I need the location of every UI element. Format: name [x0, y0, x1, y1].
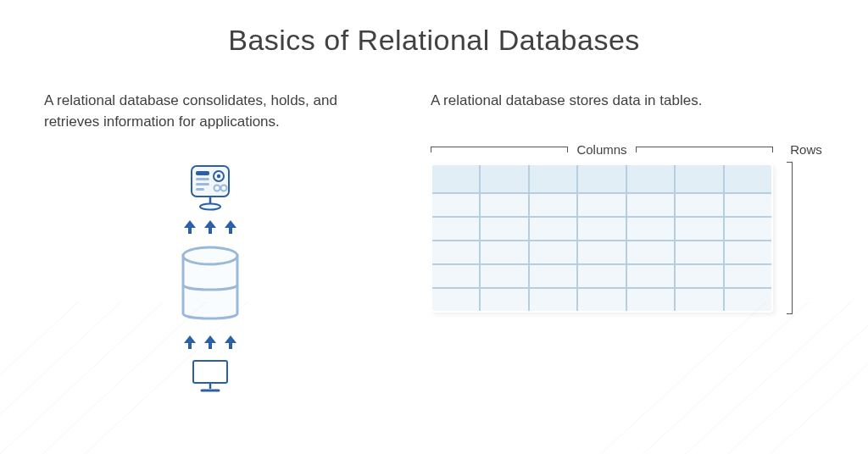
table-cell [577, 241, 626, 264]
arrow-up-icon [225, 220, 236, 234]
page-title: Basics of Relational Databases [0, 0, 868, 57]
svg-rect-12 [196, 178, 209, 180]
svg-rect-14 [196, 188, 204, 191]
arrow-up-icon [225, 335, 236, 349]
table-cell [626, 288, 675, 312]
right-description: A relational database stores data in tab… [431, 91, 827, 112]
arrows-top [184, 220, 236, 234]
rows-label: Rows [790, 142, 822, 157]
arrow-up-icon [184, 220, 196, 234]
rows-bracket: Rows [785, 142, 827, 314]
svg-rect-13 [196, 183, 209, 185]
table-cell [675, 217, 723, 241]
svg-rect-10 [192, 166, 229, 197]
table-cell [577, 217, 626, 241]
arrow-up-icon [204, 335, 216, 349]
table-cell [529, 217, 577, 241]
svg-rect-22 [193, 361, 227, 383]
table-cell [480, 241, 528, 264]
table-cell [626, 264, 675, 288]
table-cell [724, 241, 772, 264]
table-cell [431, 241, 480, 264]
columns-label: Columns [576, 142, 626, 157]
table-cell [626, 241, 675, 264]
table-cell [675, 288, 723, 312]
database-cylinder-icon [176, 242, 244, 327]
table-cell [529, 164, 577, 193]
table-cell [431, 193, 480, 217]
table-cell [480, 217, 528, 241]
table-cell [480, 164, 528, 193]
table-cell [675, 193, 723, 217]
table-cell [724, 193, 772, 217]
table-cell [577, 193, 626, 217]
table-cell [529, 241, 577, 264]
svg-rect-11 [196, 171, 209, 175]
table-cell [577, 288, 626, 312]
table-cell [480, 288, 528, 312]
data-table [431, 163, 773, 313]
table-cell [529, 193, 577, 217]
table-row [431, 241, 772, 264]
table-cell [724, 264, 772, 288]
table-row [431, 193, 772, 217]
svg-point-16 [217, 174, 220, 178]
columns-bracket: Columns [431, 142, 773, 157]
arrow-up-icon [204, 220, 216, 234]
table-cell [431, 164, 480, 193]
table-cell [724, 164, 772, 193]
table-cell [724, 288, 772, 312]
svg-point-20 [200, 204, 220, 210]
table-cell [577, 164, 626, 193]
table-cell [431, 264, 480, 288]
table-row [431, 288, 772, 312]
arrow-up-icon [184, 335, 196, 349]
left-description: A relational database consolidates, hold… [44, 91, 380, 132]
table-cell [626, 164, 675, 193]
table-cell [431, 217, 480, 241]
monitor-icon [190, 357, 231, 395]
table-cell [626, 193, 675, 217]
table-cell [529, 264, 577, 288]
table-cell [724, 217, 772, 241]
svg-point-21 [183, 247, 237, 264]
right-column: A relational database stores data in tab… [431, 91, 827, 395]
table-row [431, 164, 772, 193]
table-row [431, 264, 772, 288]
table-cell [626, 217, 675, 241]
table-cell [675, 264, 723, 288]
table-row [431, 217, 772, 241]
table-cell [480, 264, 528, 288]
table-cell [431, 288, 480, 312]
left-column: A relational database consolidates, hold… [41, 91, 380, 395]
table-cell [675, 241, 723, 264]
table-cell [480, 193, 528, 217]
arrows-bottom [184, 335, 236, 349]
table-cell [675, 164, 723, 193]
table-cell [577, 264, 626, 288]
dashboard-icon [186, 163, 234, 212]
database-flow-diagram [176, 163, 244, 395]
table-cell [529, 288, 577, 312]
